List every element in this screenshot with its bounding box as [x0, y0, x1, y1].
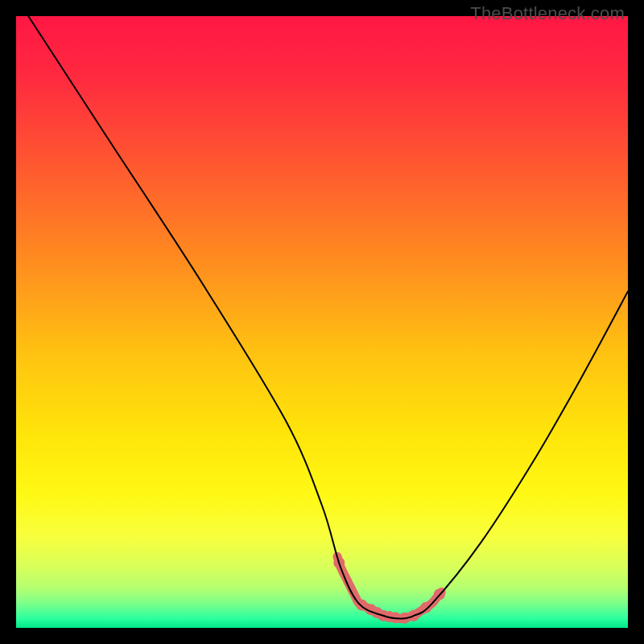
bottleneck-chart [16, 16, 628, 628]
watermark-text: TheBottleneck.com [470, 3, 625, 24]
gradient-background [16, 16, 628, 628]
chart-container: TheBottleneck.com [0, 0, 644, 644]
plot-area [16, 16, 628, 628]
optimal-point-marker [420, 602, 431, 613]
